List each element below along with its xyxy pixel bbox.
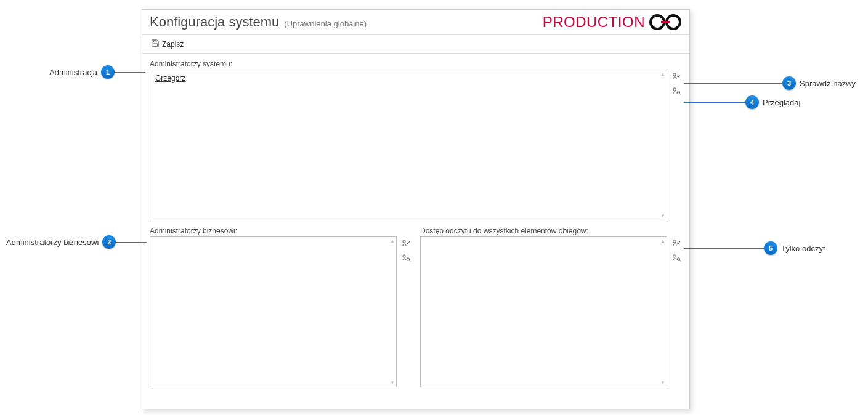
business-admins-label: Administratorzy biznesowi: xyxy=(150,227,412,235)
callout-line xyxy=(684,83,782,84)
system-admins-icons xyxy=(671,70,682,97)
read-access-label: Dostęp odczytu do wszystkich elementów o… xyxy=(420,227,682,235)
browse-icon[interactable] xyxy=(671,86,682,97)
scroll-up-icon: ▲ xyxy=(660,71,665,77)
callout-text: Tylko odczyt xyxy=(777,244,829,253)
header-right: PRODUCTION xyxy=(543,14,682,31)
header: Konfiguracja systemu (Uprawnienia global… xyxy=(142,10,689,35)
content-area: Administratorzy systemu: Grzegorz ▲ ▼ xyxy=(142,54,689,409)
callout-badge: 1 xyxy=(101,65,115,79)
svg-point-11 xyxy=(673,240,676,243)
save-button-label: Zapisz xyxy=(162,40,184,49)
save-button[interactable]: Zapisz xyxy=(147,38,187,50)
callout-line xyxy=(116,242,147,243)
callout-2: 2 Administratorzy biznesowi xyxy=(2,235,147,249)
svg-line-10 xyxy=(409,260,410,262)
callout-badge: 5 xyxy=(764,241,777,255)
scroll-up-icon: ▲ xyxy=(660,238,665,244)
callout-4: 4 Przeglądaj xyxy=(684,95,804,109)
scroll-up-icon: ▲ xyxy=(390,238,395,244)
read-access-icons xyxy=(671,236,682,264)
environment-label: PRODUCTION xyxy=(543,14,645,31)
svg-point-3 xyxy=(673,73,676,76)
callout-1: 1 Administracja xyxy=(46,65,145,79)
save-icon xyxy=(151,39,160,49)
callout-text: Przeglądaj xyxy=(759,98,804,107)
app-window: Konfiguracja systemu (Uprawnienia global… xyxy=(142,9,690,409)
business-admins-picker-row: ▲ ▼ xyxy=(150,236,412,387)
svg-point-12 xyxy=(673,255,676,257)
business-admins-section: Administratorzy biznesowi: ▲ ▼ xyxy=(150,227,412,387)
callout-line xyxy=(115,72,145,73)
check-names-icon[interactable] xyxy=(671,71,682,82)
bottom-row: Administratorzy biznesowi: ▲ ▼ xyxy=(150,227,682,387)
page-title: Konfiguracja systemu xyxy=(150,14,279,30)
callout-badge: 4 xyxy=(745,95,759,109)
callout-badge: 3 xyxy=(782,76,796,90)
toolbar: Zapisz xyxy=(142,35,689,54)
read-access-picker-row: ▲ ▼ xyxy=(420,236,682,387)
system-admins-picker-row: Grzegorz ▲ ▼ xyxy=(150,70,682,220)
check-names-icon[interactable] xyxy=(400,238,412,249)
system-admins-label: Administratorzy systemu: xyxy=(150,60,682,68)
scroll-down-icon: ▼ xyxy=(660,380,665,385)
callout-line xyxy=(684,248,764,249)
svg-point-8 xyxy=(403,255,405,257)
system-admins-input[interactable]: Grzegorz ▲ ▼ xyxy=(150,70,667,220)
callout-3: 3 Sprawdź nazwy xyxy=(684,76,859,90)
callout-text: Sprawdź nazwy xyxy=(796,79,859,88)
business-admins-input[interactable]: ▲ ▼ xyxy=(150,236,397,387)
product-logo-icon xyxy=(649,14,682,31)
read-access-input[interactable]: ▲ ▼ xyxy=(420,236,667,387)
picker-entry[interactable]: Grzegorz xyxy=(155,74,185,83)
scroll-down-icon: ▼ xyxy=(390,380,395,385)
svg-point-7 xyxy=(403,240,405,243)
read-access-section: Dostęp odczytu do wszystkich elementów o… xyxy=(420,227,682,387)
business-admins-icons xyxy=(400,236,412,264)
callout-text: Administracja xyxy=(46,68,101,77)
callout-line xyxy=(684,102,745,103)
check-names-icon[interactable] xyxy=(671,238,682,249)
callout-badge: 2 xyxy=(102,235,116,249)
callout-text: Administratorzy biznesowi xyxy=(2,238,102,247)
callout-5: 5 Tylko odczyt xyxy=(684,241,829,255)
svg-line-6 xyxy=(679,94,681,95)
header-left: Konfiguracja systemu (Uprawnienia global… xyxy=(150,14,367,30)
browse-icon[interactable] xyxy=(671,252,682,264)
svg-line-14 xyxy=(679,260,681,262)
system-admins-section: Administratorzy systemu: Grzegorz ▲ ▼ xyxy=(150,60,682,220)
page-subtitle: (Uprawnienia globalne) xyxy=(284,19,367,28)
scroll-down-icon: ▼ xyxy=(660,213,665,219)
svg-point-4 xyxy=(673,88,676,91)
browse-icon[interactable] xyxy=(400,252,412,264)
